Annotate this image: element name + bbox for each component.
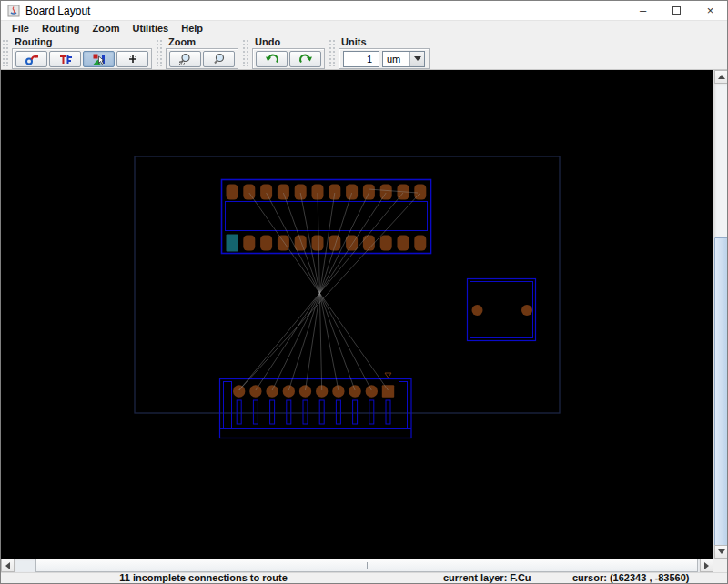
- vertical-scrollbar[interactable]: [713, 70, 727, 559]
- toolbar-group-zoom: Zoom: [166, 36, 238, 69]
- scroll-left-icon: [5, 562, 10, 569]
- zoom-out-button[interactable]: [203, 51, 235, 67]
- toolbar-drag-handle[interactable]: [2, 39, 9, 66]
- group-title-units: Units: [339, 36, 430, 48]
- crosshair-icon: [126, 53, 140, 65]
- vertical-scroll-track[interactable]: [714, 84, 728, 545]
- board-canvas[interactable]: [1, 70, 713, 559]
- select-items-icon: [92, 53, 106, 65]
- maximize-icon: [672, 6, 681, 15]
- java-app-icon: [7, 5, 20, 17]
- horizontal-scroll-thumb[interactable]: [35, 559, 698, 572]
- group-title-zoom: Zoom: [166, 36, 238, 48]
- vertical-scroll-thumb[interactable]: [714, 237, 728, 557]
- undo-icon: [265, 53, 279, 65]
- toolbar-group-units: Units um: [339, 36, 430, 69]
- statusbar: 11 incomplete connections to route curre…: [1, 572, 727, 583]
- units-selected-value: um: [383, 52, 410, 66]
- window-title: Board Layout: [25, 5, 626, 17]
- titlebar[interactable]: Board Layout – ×: [1, 1, 727, 21]
- toolbar-drag-handle[interactable]: [156, 39, 163, 66]
- menu-zoom[interactable]: Zoom: [86, 21, 126, 35]
- scroll-grip-icon: [367, 562, 368, 569]
- route-icon: [25, 53, 39, 65]
- minimize-button[interactable]: –: [626, 1, 660, 21]
- menubar: File Routing Zoom Utilities Help: [1, 21, 727, 35]
- toolbar-group-routing: Routing: [12, 36, 152, 69]
- group-title-undo: Undo: [252, 36, 325, 48]
- menu-file[interactable]: File: [5, 21, 35, 35]
- horizontal-scroll-track[interactable]: [15, 559, 700, 572]
- toolbar-group-undo: Undo: [252, 36, 325, 69]
- units-dropdown-button[interactable]: [410, 52, 424, 66]
- menu-help[interactable]: Help: [175, 21, 209, 35]
- scrollbar-corner: [713, 559, 727, 572]
- zoom-region-icon: [178, 53, 193, 65]
- zoom-region-button[interactable]: [169, 51, 201, 67]
- group-title-routing: Routing: [12, 36, 152, 48]
- scroll-right-icon: [704, 562, 709, 569]
- crosshair-button[interactable]: [116, 51, 148, 67]
- status-cursor-position: cursor: (162343 , -83560): [572, 572, 689, 584]
- zoom-out-icon: [212, 53, 227, 65]
- scroll-left-button[interactable]: [1, 559, 15, 572]
- close-button[interactable]: ×: [693, 1, 727, 21]
- scroll-down-icon: [718, 549, 725, 554]
- close-icon: ×: [707, 4, 714, 17]
- status-connections-message: 11 incomplete connections to route: [1, 572, 406, 584]
- scroll-down-button[interactable]: [714, 545, 728, 559]
- maximize-button[interactable]: [660, 1, 693, 21]
- menu-utilities[interactable]: Utilities: [126, 21, 175, 35]
- units-value-input[interactable]: [343, 51, 379, 67]
- toolbar: Routing: [1, 35, 727, 70]
- redo-button[interactable]: [289, 51, 321, 67]
- interactive-route-icon: [58, 53, 73, 65]
- toolbar-drag-handle[interactable]: [242, 39, 249, 66]
- units-combobox[interactable]: um: [382, 51, 425, 67]
- route-button[interactable]: [15, 51, 47, 67]
- redo-icon: [298, 53, 313, 65]
- chevron-down-icon: [414, 56, 421, 61]
- toolbar-drag-handle[interactable]: [329, 39, 336, 66]
- select-items-button[interactable]: [83, 51, 115, 67]
- minimize-icon: –: [640, 4, 646, 17]
- interactive-route-button[interactable]: [49, 51, 81, 67]
- scroll-up-button[interactable]: [714, 70, 728, 84]
- horizontal-scrollbar[interactable]: [1, 559, 727, 572]
- app-window: Board Layout – × File Routing Zoom Utili…: [0, 0, 728, 584]
- menu-routing[interactable]: Routing: [35, 21, 86, 35]
- status-current-layer: current layer: F.Cu: [443, 572, 531, 584]
- scroll-right-button[interactable]: [700, 559, 713, 572]
- undo-button[interactable]: [256, 51, 288, 67]
- scroll-up-icon: [718, 75, 725, 79]
- board-svg[interactable]: [1, 70, 713, 559]
